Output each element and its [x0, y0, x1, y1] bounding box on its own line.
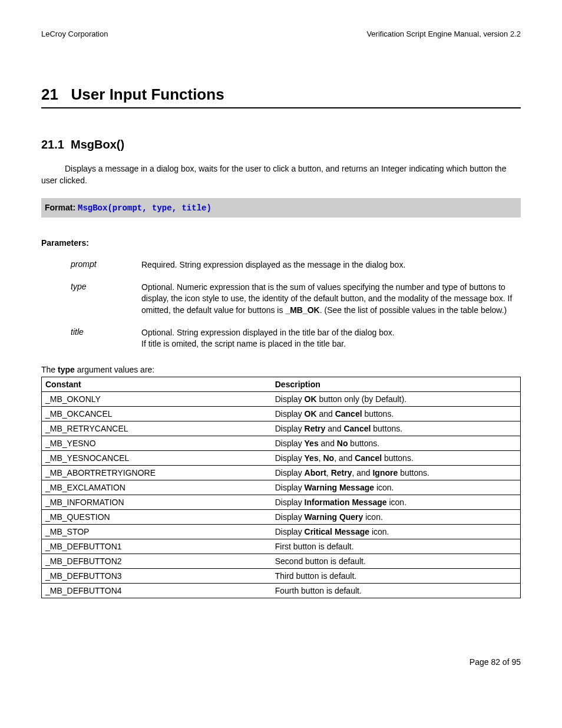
- table-header-description: Description: [272, 377, 521, 391]
- section-title: MsgBox(): [71, 138, 124, 151]
- param-row: titleOptional. String expression display…: [71, 327, 521, 350]
- header-right: Verification Script Engine Manual, versi…: [366, 29, 521, 38]
- table-row: _MB_INFORMATIONDisplay Information Messa…: [42, 495, 521, 509]
- description-cell: Display Information Message icon.: [272, 495, 521, 509]
- description-cell: Display Retry and Cancel buttons.: [272, 421, 521, 436]
- chapter-heading: 21 User Input Functions: [41, 85, 521, 108]
- constant-cell: _MB_OKONLY: [42, 391, 272, 406]
- page-footer: Page 82 of 95: [41, 657, 521, 667]
- description-cell: Display OK and Cancel buttons.: [272, 406, 521, 421]
- constant-cell: _MB_OKCANCEL: [42, 406, 272, 421]
- description-cell: Display Abort, Retry, and Ignore buttons…: [272, 465, 521, 480]
- constant-cell: _MB_RETRYCANCEL: [42, 421, 272, 436]
- param-name: title: [71, 327, 141, 350]
- page-header: LeCroy Corporation Verification Script E…: [41, 29, 521, 38]
- description-cell: Display Warning Message icon.: [272, 480, 521, 495]
- table-row: _MB_YESNOCANCELDisplay Yes, No, and Canc…: [42, 450, 521, 465]
- table-header-constant: Constant: [42, 377, 272, 391]
- table-row: _MB_YESNODisplay Yes and No buttons.: [42, 436, 521, 450]
- section-heading: 21.1 MsgBox(): [41, 138, 521, 151]
- table-row: _MB_DEFBUTTON1First button is default.: [42, 539, 521, 554]
- description-cell: Display Critical Message icon.: [272, 524, 521, 539]
- param-description: Optional. String expression displayed in…: [141, 327, 395, 350]
- constants-table: Constant Description _MB_OKONLYDisplay O…: [41, 377, 521, 598]
- section-number: 21.1: [41, 138, 64, 151]
- table-row: _MB_RETRYCANCELDisplay Retry and Cancel …: [42, 421, 521, 436]
- chapter-number: 21: [41, 85, 58, 103]
- table-row: _MB_DEFBUTTON2Second button is default.: [42, 554, 521, 568]
- table-row: _MB_ABORTRETRYIGNOREDisplay Abort, Retry…: [42, 465, 521, 480]
- constant-cell: _MB_YESNOCANCEL: [42, 450, 272, 465]
- constant-cell: _MB_INFORMATION: [42, 495, 272, 509]
- param-name: prompt: [71, 259, 141, 271]
- description-cell: Display Yes, No, and Cancel buttons.: [272, 450, 521, 465]
- param-name: type: [71, 282, 141, 317]
- param-row: typeOptional. Numeric expression that is…: [71, 282, 521, 317]
- constant-cell: _MB_YESNO: [42, 436, 272, 450]
- param-description: Required. String expression displayed as…: [141, 259, 405, 271]
- parameters-table: promptRequired. String expression displa…: [71, 259, 521, 350]
- description-cell: Third button is default.: [272, 568, 521, 583]
- format-label: Format:: [45, 203, 78, 212]
- description-cell: Display Warning Query icon.: [272, 509, 521, 524]
- description-cell: Second button is default.: [272, 554, 521, 568]
- constant-cell: _MB_DEFBUTTON1: [42, 539, 272, 554]
- chapter-title: User Input Functions: [71, 85, 224, 103]
- constant-cell: _MB_ABORTRETRYIGNORE: [42, 465, 272, 480]
- table-row: _MB_DEFBUTTON4Fourth button is default.: [42, 583, 521, 598]
- constant-cell: _MB_QUESTION: [42, 509, 272, 524]
- format-code: MsgBox(prompt, type, title): [78, 203, 211, 213]
- constant-cell: _MB_EXCLAMATION: [42, 480, 272, 495]
- table-row: _MB_OKCANCELDisplay OK and Cancel button…: [42, 406, 521, 421]
- description-cell: First button is default.: [272, 539, 521, 554]
- header-left: LeCroy Corporation: [41, 29, 108, 38]
- param-description: Optional. Numeric expression that is the…: [141, 282, 521, 317]
- param-row: promptRequired. String expression displa…: [71, 259, 521, 271]
- constant-cell: _MB_DEFBUTTON2: [42, 554, 272, 568]
- description-cell: Display Yes and No buttons.: [272, 436, 521, 450]
- intro-paragraph: Displays a message in a dialog box, wait…: [41, 163, 521, 186]
- description-cell: Fourth button is default.: [272, 583, 521, 598]
- table-row: _MB_QUESTIONDisplay Warning Query icon.: [42, 509, 521, 524]
- parameters-label: Parameters:: [41, 238, 521, 248]
- description-cell: Display OK button only (by Default).: [272, 391, 521, 406]
- table-row: _MB_EXCLAMATIONDisplay Warning Message i…: [42, 480, 521, 495]
- table-row: _MB_OKONLYDisplay OK button only (by Def…: [42, 391, 521, 406]
- format-box: Format: MsgBox(prompt, type, title): [41, 198, 521, 218]
- constant-cell: _MB_STOP: [42, 524, 272, 539]
- table-row: _MB_STOPDisplay Critical Message icon.: [42, 524, 521, 539]
- table-row: _MB_DEFBUTTON3Third button is default.: [42, 568, 521, 583]
- constant-cell: _MB_DEFBUTTON4: [42, 583, 272, 598]
- constant-cell: _MB_DEFBUTTON3: [42, 568, 272, 583]
- table-intro: The type argument values are:: [41, 365, 521, 374]
